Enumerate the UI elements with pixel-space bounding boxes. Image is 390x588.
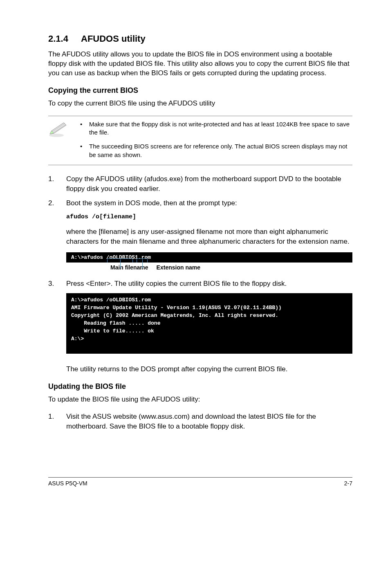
- footer-left: ASUS P5Q-VM: [48, 480, 87, 487]
- step-text: Boot the system in DOS mode, then at the…: [66, 199, 237, 207]
- copy-after-text: The utility returns to the DOS prompt af…: [66, 364, 352, 374]
- extension-name-label: Extension name: [157, 264, 200, 271]
- cmd-explanation: where the [filename] is any user-assigne…: [66, 227, 352, 247]
- copy-heading: Copying the current BIOS: [48, 86, 352, 95]
- section-number: 2.1.4: [48, 34, 81, 44]
- step-item: Boot the system in DOS mode, then at the…: [66, 198, 352, 221]
- terminal-output-1: A:\>afudos /oOLDBIOS1.rom: [66, 252, 352, 263]
- update-lead: To update the BIOS file using the AFUDOS…: [48, 395, 352, 404]
- pencil-icon: [48, 120, 73, 139]
- section-title: AFUDOS utility: [81, 34, 146, 44]
- intro-paragraph: The AFUDOS utility allows you to update …: [48, 50, 352, 78]
- terminal-output-2: A:\>afudos /oOLDBIOS1.rom AMI Firmware U…: [66, 293, 352, 354]
- note-item: Make sure that the floppy disk is not wr…: [80, 120, 352, 137]
- note-box: Make sure that the floppy disk is not wr…: [48, 116, 352, 165]
- section-heading: 2.1.4AFUDOS utility: [48, 34, 352, 44]
- step-item: Copy the AFUDOS utility (afudos.exe) fro…: [66, 174, 352, 194]
- note-item: The succeeding BIOS screens are for refe…: [80, 142, 352, 159]
- footer-right: 2-7: [344, 480, 352, 487]
- page-footer: ASUS P5Q-VM 2-7: [48, 477, 352, 487]
- update-heading: Updating the BIOS file: [48, 382, 352, 391]
- svg-point-0: [49, 134, 64, 137]
- copy-lead: To copy the current BIOS file using the …: [48, 99, 352, 108]
- step-item: Visit the ASUS website (www.asus.com) an…: [66, 412, 352, 431]
- filename-annotation: Main filename Extension name: [66, 264, 352, 271]
- afudos-command: afudos /o[filename]: [66, 213, 136, 220]
- main-filename-label: Main filename: [110, 264, 148, 271]
- step-item: Press <Enter>. The utility copies the cu…: [66, 279, 352, 289]
